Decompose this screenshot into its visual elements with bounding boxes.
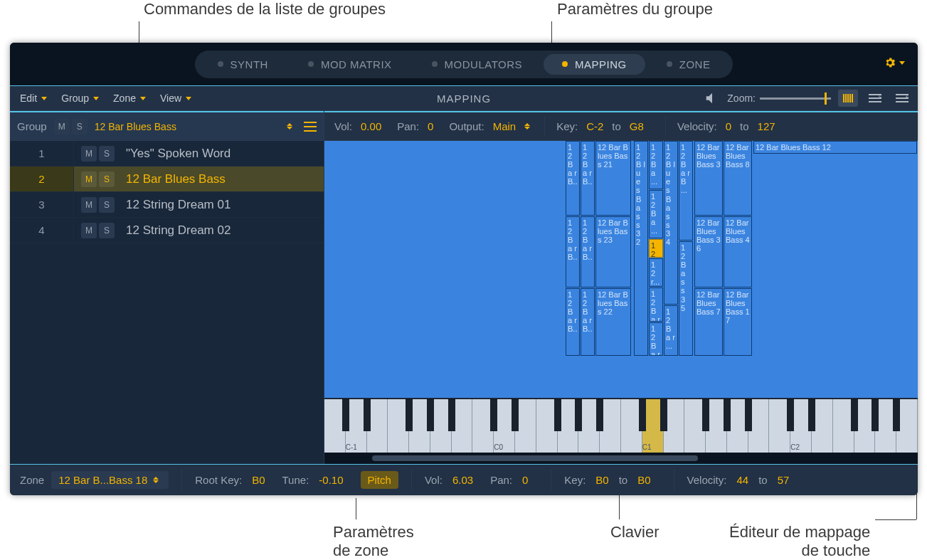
black-key[interactable] bbox=[893, 399, 900, 431]
black-key[interactable] bbox=[851, 399, 858, 431]
zone-box[interactable]: 1 2 B a r ... bbox=[649, 287, 663, 322]
black-key[interactable] bbox=[364, 399, 371, 431]
vel-from[interactable]: 44 bbox=[736, 474, 748, 486]
vol-value[interactable]: 0.00 bbox=[361, 120, 381, 132]
scrollbar-thumb[interactable] bbox=[372, 455, 699, 461]
zone-box[interactable]: 12 Bar Blues Bass 3 bbox=[694, 141, 723, 216]
keyboard[interactable]: C-1C0C1C2 bbox=[324, 398, 918, 453]
speaker-icon[interactable] bbox=[704, 90, 720, 106]
solo-button[interactable]: S bbox=[99, 197, 115, 213]
view-menu[interactable]: View bbox=[153, 86, 198, 110]
vel-to[interactable]: 127 bbox=[758, 120, 775, 132]
vel-from[interactable]: 0 bbox=[726, 120, 731, 132]
stepper-icon[interactable] bbox=[524, 123, 533, 130]
view-keymap-button[interactable] bbox=[838, 90, 858, 107]
mute-button[interactable]: M bbox=[81, 197, 97, 213]
zone-box[interactable]: 12 Bar Blues Bass 21 bbox=[595, 141, 631, 216]
solo-button[interactable]: S bbox=[99, 223, 115, 238]
zone-box[interactable]: 1 2 B a s s 3 5 bbox=[679, 241, 693, 356]
zone-box[interactable]: 12 Bar Blues Bass 12 bbox=[753, 141, 917, 154]
zone-selector[interactable]: 12 Bar B...Bass 18 bbox=[51, 471, 169, 489]
key-to[interactable]: G8 bbox=[630, 120, 644, 132]
tab-zone[interactable]: ZONE bbox=[648, 54, 729, 75]
edit-menu[interactable]: Edit bbox=[13, 86, 54, 110]
zone-box[interactable]: 12 Bar Blues Bass 22 bbox=[595, 288, 631, 356]
view-zone-list-button[interactable]: Z bbox=[892, 90, 912, 107]
zone-box[interactable]: 1 2 B a r B.. bbox=[566, 141, 580, 216]
zone-box[interactable]: 12 Bar Blues Bass 4 bbox=[724, 216, 752, 287]
key-to[interactable]: B0 bbox=[637, 474, 650, 486]
black-key[interactable] bbox=[427, 399, 434, 431]
black-key[interactable] bbox=[808, 399, 815, 431]
tab-synth[interactable]: SYNTH bbox=[199, 54, 287, 75]
hscrollbar[interactable] bbox=[324, 453, 918, 464]
zone-box[interactable]: 1 2 B a ... bbox=[649, 190, 663, 238]
zone-box[interactable]: 1 2 B l u e s B a s s 3 2 bbox=[634, 141, 648, 356]
pitch-button[interactable]: Pitch bbox=[361, 471, 398, 489]
solo-button[interactable]: S bbox=[99, 171, 115, 187]
black-key[interactable] bbox=[596, 399, 603, 431]
zone-box[interactable]: 1 2 B a r B.. bbox=[566, 216, 580, 287]
black-key[interactable] bbox=[575, 399, 582, 431]
tune-value[interactable]: -0.10 bbox=[319, 474, 343, 486]
mute-button[interactable]: M bbox=[81, 223, 97, 238]
key-velocity-map[interactable]: 1 2 B a r B..1 2 B a r B..12 Bar Blues B… bbox=[324, 141, 918, 398]
mute-button[interactable]: M bbox=[81, 146, 97, 162]
vel-to[interactable]: 57 bbox=[778, 474, 790, 486]
root-value[interactable]: B0 bbox=[252, 474, 265, 486]
group-row[interactable]: 4MS12 String Dream 02 bbox=[10, 218, 324, 243]
zone-box[interactable]: 1 2 B a r B.. bbox=[581, 216, 595, 287]
black-key[interactable] bbox=[342, 399, 349, 431]
black-key[interactable] bbox=[639, 399, 646, 431]
group-menu[interactable]: Group bbox=[54, 86, 106, 110]
tab-mapping[interactable]: MAPPING bbox=[544, 54, 645, 75]
mute-button[interactable]: M bbox=[54, 119, 70, 134]
black-key[interactable] bbox=[554, 399, 561, 431]
solo-button[interactable]: S bbox=[99, 146, 115, 162]
group-row[interactable]: 1MS"Yes" Spoken Word bbox=[10, 141, 324, 167]
vol-value[interactable]: 6.03 bbox=[452, 474, 473, 486]
black-key[interactable] bbox=[490, 399, 497, 431]
zone-box[interactable]: 1 2 B a r ... bbox=[649, 322, 663, 356]
zone-box[interactable]: 1 2 B a ... bbox=[649, 141, 663, 189]
key-from[interactable]: C-2 bbox=[586, 120, 603, 132]
black-key[interactable] bbox=[872, 399, 879, 431]
tab-mod-matrix[interactable]: MOD MATRIX bbox=[290, 54, 410, 75]
black-key[interactable] bbox=[406, 399, 413, 431]
black-key[interactable] bbox=[660, 399, 667, 431]
zone-box[interactable]: 12 Bar Blues Bass 17 bbox=[724, 288, 752, 356]
solo-button[interactable]: S bbox=[72, 119, 88, 134]
zone-box[interactable]: 1 2 B a r B ... bbox=[679, 141, 693, 241]
tab-modulators[interactable]: MODULATORS bbox=[413, 54, 541, 75]
pan-value[interactable]: 0 bbox=[428, 120, 433, 132]
black-key[interactable] bbox=[512, 399, 519, 431]
group-selector[interactable]: 12 Bar Blues Bass bbox=[95, 121, 317, 132]
zone-box[interactable]: 1 2 r... bbox=[649, 258, 663, 287]
zone-box[interactable]: 12 Bar Blues Bass 36 bbox=[694, 216, 723, 287]
zone-box[interactable]: 1 2 B a r B.. bbox=[581, 141, 595, 216]
pan-value[interactable]: 0 bbox=[522, 474, 528, 486]
zone-box[interactable]: 1 2 r... bbox=[649, 239, 663, 258]
black-key[interactable] bbox=[787, 399, 794, 431]
black-key[interactable] bbox=[745, 399, 752, 431]
view-group-list-button[interactable]: G bbox=[865, 90, 885, 107]
output-value[interactable]: Main bbox=[493, 120, 517, 132]
zone-box[interactable]: 12 Bar Blues Bass 8 bbox=[724, 141, 752, 216]
mute-button[interactable]: M bbox=[81, 171, 97, 187]
black-key[interactable] bbox=[448, 399, 455, 431]
zone-box[interactable]: 12 Bar Blues Bass 7 bbox=[694, 288, 723, 356]
zoom-slider[interactable] bbox=[760, 97, 831, 100]
zone-box[interactable]: 1 2 B a r ... bbox=[664, 305, 678, 356]
zone-menu[interactable]: Zone bbox=[106, 86, 153, 110]
zoom-thumb[interactable] bbox=[825, 93, 827, 105]
black-key[interactable] bbox=[702, 399, 709, 431]
group-row[interactable]: 3MS12 String Dream 01 bbox=[10, 192, 324, 218]
zone-box[interactable]: 12 Bar Blues Bass 23 bbox=[595, 216, 631, 287]
key-from[interactable]: B0 bbox=[595, 474, 608, 486]
zone-box[interactable]: 1 2 B a r B.. bbox=[581, 288, 595, 356]
black-key[interactable] bbox=[724, 399, 731, 431]
zone-box[interactable]: 1 2 B a r B.. bbox=[566, 288, 580, 356]
group-row[interactable]: 2MS12 Bar Blues Bass bbox=[10, 167, 324, 192]
settings-button[interactable] bbox=[884, 56, 909, 70]
zone-box[interactable]: 1 2 B l u e s B a s s 3 4 bbox=[664, 141, 678, 305]
